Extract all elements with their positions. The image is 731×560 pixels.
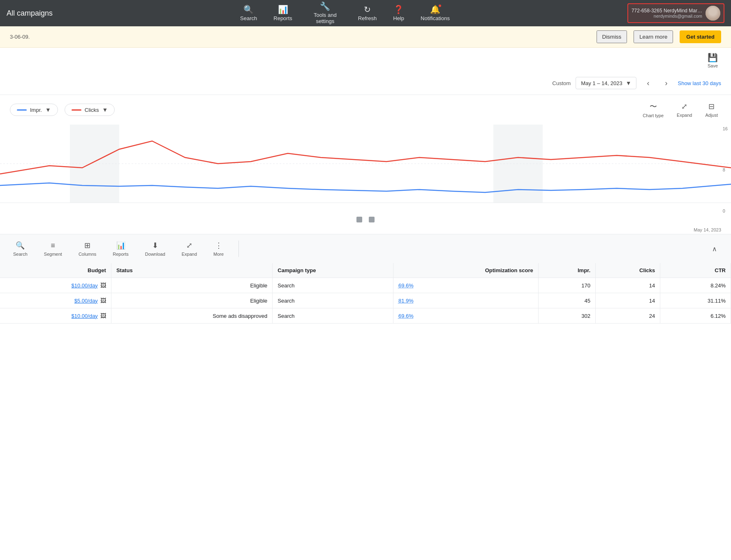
nav-label-help: Help	[393, 15, 404, 21]
help-icon: ❓	[393, 5, 404, 14]
segment-icon: ≡	[51, 241, 56, 250]
date-range-bar: Custom May 1 – 14, 2023 ▼ ‹ › Show last …	[0, 73, 731, 95]
reports-icon: 📊	[278, 5, 288, 14]
table-toolbar: 🔍 Search ≡ Segment ⊞ Columns 📊 Reports ⬇…	[0, 234, 731, 263]
collapse-icon: ∧	[712, 245, 717, 253]
nav-item-notifications[interactable]: 🔔 Notifications	[414, 2, 456, 25]
chart-type-button[interactable]: 〜 Chart type	[639, 100, 667, 120]
status-cell-1: Eligible	[111, 278, 272, 293]
opt-score-link-2[interactable]: 81.9%	[398, 298, 414, 304]
campaign-type-cell-2: Search	[273, 293, 393, 308]
banner-text: 3-06-09.	[10, 34, 590, 40]
chart-adjust-button[interactable]: ⊟ Adjust	[702, 100, 721, 119]
save-label: Save	[708, 63, 718, 68]
nav-item-search[interactable]: 🔍 Search	[234, 2, 264, 25]
budget-link-3[interactable]: $10.00/day	[72, 313, 98, 319]
more-label: More	[213, 252, 224, 257]
clicks-line-indicator	[72, 109, 81, 111]
table-expand-button[interactable]: ⤢ Expand	[178, 239, 200, 258]
nav-item-tools[interactable]: 🔧 Tools and settings	[302, 0, 348, 28]
chart-date-label: May 14, 2023	[0, 226, 731, 234]
opt-score-cell-1: 69.6%	[393, 278, 538, 293]
table-search-icon: 🔍	[16, 241, 25, 250]
expand-icon: ⤢	[681, 102, 687, 111]
show-30-days-button[interactable]: Show last 30 days	[678, 80, 721, 86]
opt-score-link-3[interactable]: 69.6%	[398, 313, 414, 319]
budget-link-1[interactable]: $10.00/day	[72, 282, 98, 289]
campaign-type-cell-1: Search	[273, 278, 393, 293]
impr-label: Impr.	[30, 107, 42, 113]
chart-save-toolbar: 💾 Save	[0, 48, 731, 73]
nav-item-reports[interactable]: 📊 Reports	[267, 2, 299, 25]
get-started-button[interactable]: Get started	[680, 30, 721, 43]
opt-score-link-1[interactable]: 69.6%	[398, 282, 414, 289]
col-header-impr[interactable]: Impr.	[538, 263, 595, 278]
toolbar-divider	[238, 241, 239, 257]
status-cell-2: Eligible	[111, 293, 272, 308]
nav-item-refresh[interactable]: ↻ Refresh	[352, 2, 384, 25]
avatar-image	[706, 6, 720, 21]
col-header-status[interactable]: Status	[111, 263, 272, 278]
clicks-dropdown-icon: ▼	[102, 106, 108, 113]
col-header-campaign-type[interactable]: Campaign type	[273, 263, 393, 278]
download-button[interactable]: ⬇ Download	[142, 239, 169, 258]
chart-expand-button[interactable]: ⤢ Expand	[673, 100, 695, 119]
opt-score-cell-3: 69.6%	[393, 308, 538, 324]
clicks-cell-1: 14	[596, 278, 660, 293]
avatar	[706, 6, 720, 21]
budget-cell-3: $10.00/day 🖼	[0, 308, 111, 324]
refresh-icon: ↻	[364, 5, 371, 14]
custom-label: Custom	[552, 80, 571, 86]
dismiss-button[interactable]: Dismiss	[597, 30, 627, 43]
nav-label-refresh: Refresh	[358, 15, 377, 21]
account-selector[interactable]: 772-658-3265 NerdyMind Mar… nerdyminds@g…	[627, 3, 724, 23]
nav-item-help[interactable]: ❓ Help	[386, 2, 411, 25]
col-header-clicks[interactable]: Clicks	[596, 263, 660, 278]
download-icon: ⬇	[152, 241, 158, 250]
table-row: $10.00/day 🖼 Eligible Search 69.6% 170 1…	[0, 278, 731, 293]
campaign-type-cell-3: Search	[273, 308, 393, 324]
metric-clicks-button[interactable]: Clicks ▼	[65, 104, 115, 116]
table-row: $10.00/day 🖼 Some ads disapproved Search…	[0, 308, 731, 324]
date-prev-button[interactable]: ‹	[641, 76, 655, 90]
date-next-button[interactable]: ›	[659, 76, 673, 90]
save-button[interactable]: 💾 Save	[704, 51, 721, 70]
save-icon: 💾	[708, 53, 718, 62]
table-search-button[interactable]: 🔍 Search	[10, 239, 31, 258]
scroll-bar	[0, 215, 731, 226]
nav-label-tools: Tools and settings	[309, 12, 342, 24]
col-header-opt-score[interactable]: Optimization score	[393, 263, 538, 278]
ctr-cell-1: 8.24%	[660, 278, 731, 293]
metric-impr-button[interactable]: Impr. ▼	[10, 104, 58, 116]
account-email: nerdyminds@gmail.com	[632, 14, 702, 19]
chevron-down-icon: ▼	[626, 80, 632, 86]
columns-button[interactable]: ⊞ Columns	[75, 239, 99, 258]
segment-button[interactable]: ≡ Segment	[41, 240, 65, 258]
clicks-cell-3: 24	[596, 308, 660, 324]
clicks-cell-2: 14	[596, 293, 660, 308]
table-container: Budget Status Campaign type Optimization…	[0, 263, 731, 324]
columns-label: Columns	[79, 252, 96, 257]
col-header-ctr[interactable]: CTR	[660, 263, 731, 278]
table-reports-icon: 📊	[116, 241, 125, 250]
budget-link-2[interactable]: $5.00/day	[74, 298, 98, 304]
impr-dropdown-icon: ▼	[45, 106, 51, 113]
more-button[interactable]: ⋮ More	[210, 239, 227, 258]
chart-controls: Impr. ▼ Clicks ▼ 〜 Chart type ⤢ Expand ⊟…	[0, 95, 731, 125]
scroll-indicator-1	[356, 217, 362, 222]
notification-badge	[438, 4, 442, 8]
download-label: Download	[145, 252, 165, 257]
clicks-label: Clicks	[85, 107, 99, 113]
opt-score-cell-2: 81.9%	[393, 293, 538, 308]
date-picker[interactable]: May 1 – 14, 2023 ▼	[576, 77, 636, 89]
learn-more-button[interactable]: Learn more	[634, 30, 673, 43]
account-info: 772-658-3265 NerdyMind Mar… nerdyminds@g…	[632, 8, 702, 19]
ctr-cell-3: 6.12%	[660, 308, 731, 324]
page-title: All campaigns	[7, 9, 53, 18]
collapse-button[interactable]: ∧	[708, 242, 721, 255]
budget-img-icon-3: 🖼	[100, 312, 106, 319]
table-reports-button[interactable]: 📊 Reports	[109, 239, 132, 258]
col-header-budget[interactable]: Budget	[0, 263, 111, 278]
table-reports-label: Reports	[113, 252, 129, 257]
budget-cell-1: $10.00/day 🖼	[0, 278, 111, 293]
